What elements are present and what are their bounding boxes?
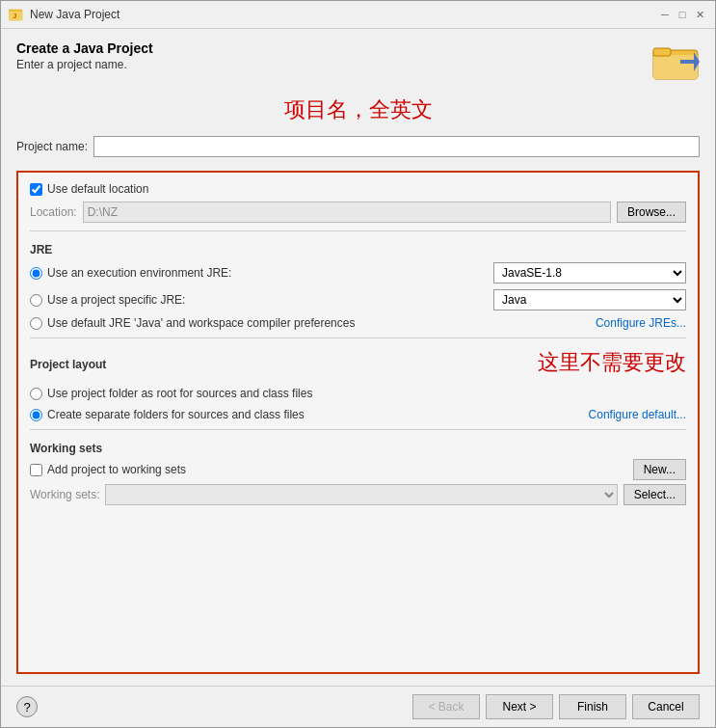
footer-left: ? — [16, 696, 38, 717]
page-subtitle: Enter a project name. — [16, 58, 651, 71]
new-ws-button[interactable]: New... — [633, 459, 686, 480]
jre-radio3-label: Use default JRE 'Java' and workspace com… — [47, 316, 355, 330]
jre-radio3-left: Use default JRE 'Java' and workspace com… — [30, 316, 355, 330]
location-label: Location: — [30, 205, 77, 219]
location-row: Location: Browse... — [30, 202, 686, 223]
annotation-top: 项目名，全英文 — [16, 95, 700, 124]
title-controls: ─ □ ✕ — [657, 7, 707, 22]
ws-input-row: Working sets: Select... — [30, 484, 686, 505]
layout-radio2-row: Create separate folders for sources and … — [30, 408, 686, 421]
folder-icon — [651, 40, 700, 84]
finish-button[interactable]: Finish — [559, 694, 626, 719]
jre-radio3-row: Use default JRE 'Java' and workspace com… — [30, 316, 686, 330]
jre-radio1-label: Use an execution environment JRE: — [47, 266, 231, 280]
working-sets-section: Working sets Add project to working sets… — [30, 438, 686, 505]
header-texts: Create a Java Project Enter a project na… — [16, 40, 651, 71]
title-icon: J — [9, 7, 24, 22]
jre-radio1-row: Use an execution environment JRE: JavaSE… — [30, 262, 686, 283]
layout-radio2-left: Create separate folders for sources and … — [30, 408, 305, 421]
project-layout-header: Project layout 这里不需要更改 — [30, 346, 686, 379]
project-name-label: Project name: — [16, 140, 88, 153]
title-bar: J New Java Project ─ □ ✕ — [1, 1, 715, 29]
divider-1 — [30, 230, 686, 231]
layout-radio2-label: Create separate folders for sources and … — [47, 408, 305, 421]
jre-radio1-left: Use an execution environment JRE: — [30, 266, 231, 280]
main-box: Use default location Location: Browse...… — [16, 171, 700, 674]
next-button[interactable]: Next > — [486, 694, 553, 719]
svg-rect-5 — [653, 48, 671, 56]
title-bar-left: J New Java Project — [9, 7, 119, 22]
divider-2 — [30, 337, 686, 338]
jre-radio2-row: Use a project specific JRE: Java — [30, 289, 686, 310]
project-layout-label: Project layout — [30, 358, 106, 371]
select-ws-button[interactable]: Select... — [623, 484, 686, 505]
ws-label: Working sets: — [30, 488, 99, 501]
window-title: New Java Project — [30, 8, 119, 21]
ws-combo[interactable] — [105, 484, 617, 505]
jre-section-label: JRE — [30, 243, 686, 256]
divider-3 — [30, 429, 686, 430]
working-sets-row: Add project to working sets New... — [30, 459, 686, 480]
default-location-checkbox[interactable] — [30, 183, 42, 196]
working-sets-label: Working sets — [30, 442, 686, 455]
browse-button[interactable]: Browse... — [617, 202, 686, 223]
add-to-ws-row: Add project to working sets — [30, 463, 186, 476]
jre-radio2-label: Use a project specific JRE: — [47, 293, 185, 307]
jre-radio3[interactable] — [30, 317, 42, 330]
svg-rect-4 — [653, 55, 698, 79]
add-to-ws-label: Add project to working sets — [47, 463, 186, 476]
jre-radio2[interactable] — [30, 294, 42, 307]
back-button[interactable]: < Back — [412, 694, 480, 719]
project-name-row: Project name: — [16, 136, 700, 157]
add-to-ws-checkbox[interactable] — [30, 464, 42, 476]
footer-buttons: < Back Next > Finish Cancel — [412, 694, 700, 719]
close-button[interactable]: ✕ — [692, 7, 707, 22]
default-location-label: Use default location — [47, 182, 148, 196]
svg-text:J: J — [13, 12, 16, 20]
header-area: Create a Java Project Enter a project na… — [16, 40, 700, 84]
jre1-select[interactable]: JavaSE-1.8 JavaSE-11 JavaSE-17 — [493, 262, 686, 283]
configure-jres-link[interactable]: Configure JREs... — [596, 316, 686, 330]
jre2-select[interactable]: Java — [493, 289, 686, 310]
annotation-middle: 这里不需要更改 — [538, 348, 686, 377]
cancel-button[interactable]: Cancel — [632, 694, 700, 719]
location-input[interactable] — [83, 202, 611, 223]
layout-radio1-row: Use project folder as root for sources a… — [30, 385, 686, 402]
layout-radio2[interactable] — [30, 409, 42, 421]
configure-default-link[interactable]: Configure default... — [589, 408, 686, 421]
window: J New Java Project ─ □ ✕ Create a Java P… — [0, 0, 716, 728]
page-title: Create a Java Project — [16, 40, 651, 56]
jre-radio2-left: Use a project specific JRE: — [30, 293, 185, 307]
footer: ? < Back Next > Finish Cancel — [1, 686, 715, 727]
help-button[interactable]: ? — [16, 696, 38, 717]
project-name-input[interactable] — [93, 136, 700, 157]
jre-radio1[interactable] — [30, 267, 42, 280]
minimize-button[interactable]: ─ — [657, 7, 673, 22]
layout-radio1[interactable] — [30, 388, 42, 400]
default-location-row: Use default location — [30, 182, 686, 196]
layout-radio1-label: Use project folder as root for sources a… — [47, 387, 312, 400]
maximize-button[interactable]: □ — [675, 7, 690, 22]
content-area: Create a Java Project Enter a project na… — [1, 29, 715, 686]
